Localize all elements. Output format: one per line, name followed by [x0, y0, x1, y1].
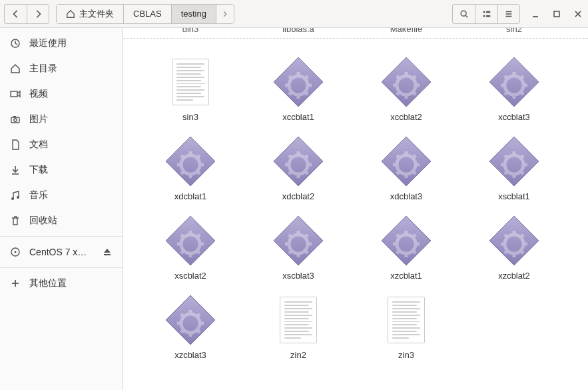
music-icon: [9, 190, 21, 201]
file-grid: sin3xccblat1xccblat2xccblat3xdcblat1xdcb…: [123, 39, 588, 380]
forward-button[interactable]: [27, 4, 49, 24]
doc-icon: [9, 139, 21, 150]
file-item[interactable]: xzcblat2: [460, 215, 568, 281]
file-thumb: [380, 215, 432, 267]
breadcrumb-root[interactable]: 主文件夹: [57, 5, 124, 23]
home-icon: [66, 9, 75, 19]
file-item[interactable]: xdcblat2: [244, 135, 352, 201]
view-toggle-button[interactable]: [475, 4, 497, 24]
file-thumb: [272, 56, 324, 108]
file-label: zin3: [398, 350, 414, 360]
list-view-icon: [482, 9, 491, 19]
search-icon: [459, 9, 469, 19]
file-item[interactable]: xzcblat1: [352, 215, 460, 281]
file-label: zin2: [290, 350, 306, 360]
file-item[interactable]: xccblat3: [460, 56, 568, 122]
sidebar-item-trash[interactable]: 回收站: [0, 208, 123, 233]
sidebar-item-label: 其他位置: [29, 277, 67, 289]
file-item[interactable]: zin2: [244, 294, 352, 360]
file-label: xccblat3: [498, 112, 530, 122]
file-item[interactable]: xscblat1: [460, 135, 568, 201]
file-item[interactable]: xdcblat3: [352, 135, 460, 201]
file-label: xscblat2: [174, 271, 206, 281]
breadcrumb-segment-label: CBLAS: [133, 9, 162, 19]
svg-rect-17: [13, 116, 16, 117]
sidebar-item-documents[interactable]: 文档: [0, 132, 123, 157]
sidebar-item-label: 视频: [29, 88, 48, 100]
breadcrumb-overflow[interactable]: [216, 5, 234, 23]
close-icon: [574, 10, 582, 18]
sidebar-item-music[interactable]: 音乐: [0, 183, 123, 208]
executable-icon: [272, 56, 324, 108]
sidebar-item-downloads[interactable]: 下载: [0, 157, 123, 183]
file-thumb: [164, 135, 216, 187]
sidebar-item-videos[interactable]: 视频: [0, 81, 123, 107]
video-icon: [9, 89, 21, 99]
sidebar-item-label: 音乐: [29, 189, 48, 201]
file-label: xscblat1: [498, 191, 530, 201]
sidebar: 最近使用 主目录 视频 图片 文档 下载 音乐 回收站: [0, 28, 123, 390]
breadcrumb-segment-0[interactable]: CBLAS: [124, 5, 172, 23]
sidebar-item-recent[interactable]: 最近使用: [0, 31, 123, 56]
executable-icon: [380, 215, 432, 267]
svg-rect-10: [554, 11, 559, 17]
eject-button[interactable]: [101, 247, 113, 257]
file-item-partial[interactable]: libblas.a: [244, 28, 352, 38]
file-label: sin3: [182, 112, 198, 122]
hamburger-icon: [504, 9, 513, 19]
window-controls: [529, 8, 584, 20]
text-file-icon: [172, 59, 209, 105]
sidebar-separator: [0, 267, 123, 268]
text-file-icon: [280, 297, 317, 343]
sidebar-device-label: CentOS 7 x…: [29, 247, 87, 257]
file-label: libblas.a: [282, 28, 314, 34]
file-item[interactable]: xdcblat1: [137, 135, 244, 201]
file-label: sin2: [506, 28, 522, 34]
executable-icon: [380, 56, 432, 108]
breadcrumb-segment-1[interactable]: testing: [172, 5, 216, 23]
file-item[interactable]: xccblat1: [244, 56, 352, 122]
sidebar-device-0[interactable]: CentOS 7 x…: [0, 239, 123, 265]
sidebar-item-label: 文档: [29, 139, 48, 151]
file-item-partial[interactable]: din3: [137, 28, 244, 38]
file-item-partial[interactable]: sin2: [460, 28, 568, 38]
file-item[interactable]: xccblat2: [352, 56, 460, 122]
sidebar-item-home[interactable]: 主目录: [0, 56, 123, 81]
search-button[interactable]: [452, 4, 475, 24]
breadcrumb-root-label: 主文件夹: [79, 8, 114, 20]
sidebar-item-label: 回收站: [29, 215, 57, 227]
sidebar-item-pictures[interactable]: 图片: [0, 107, 123, 132]
svg-point-20: [17, 196, 19, 199]
svg-point-22: [15, 251, 17, 253]
svg-rect-4: [483, 15, 485, 17]
trash-icon: [9, 215, 21, 226]
hamburger-button[interactable]: [497, 4, 520, 24]
close-button[interactable]: [572, 8, 584, 20]
file-item[interactable]: xzcblat3: [137, 294, 244, 360]
file-item[interactable]: sin3: [137, 56, 244, 122]
sidebar-item-label: 主目录: [29, 63, 57, 75]
executable-icon: [380, 135, 432, 187]
file-thumb: [272, 215, 324, 267]
file-label: xzcblat1: [390, 271, 422, 281]
file-item[interactable]: xscblat3: [244, 215, 352, 281]
file-thumb: [380, 135, 432, 187]
breadcrumb: 主文件夹 CBLAS testing: [56, 4, 234, 24]
maximize-button[interactable]: [551, 8, 563, 20]
minimize-button[interactable]: [529, 8, 541, 20]
sidebar-other-locations[interactable]: 其他位置: [0, 271, 123, 296]
back-button[interactable]: [4, 4, 27, 24]
file-thumb: [488, 215, 540, 267]
svg-point-16: [14, 119, 17, 121]
breadcrumb-segment-label: testing: [181, 9, 206, 19]
plus-icon: [9, 278, 21, 289]
file-pane[interactable]: din3 libblas.a Makefile sin2 sin3xccblat…: [123, 28, 588, 390]
file-item[interactable]: zin3: [352, 294, 460, 360]
file-item[interactable]: xscblat2: [137, 215, 244, 281]
file-label: xzcblat2: [498, 271, 530, 281]
camera-icon: [9, 114, 21, 125]
sidebar-item-label: 最近使用: [29, 37, 67, 49]
file-item-partial[interactable]: Makefile: [352, 28, 460, 38]
file-thumb: [164, 294, 216, 346]
file-label: din3: [182, 28, 199, 34]
